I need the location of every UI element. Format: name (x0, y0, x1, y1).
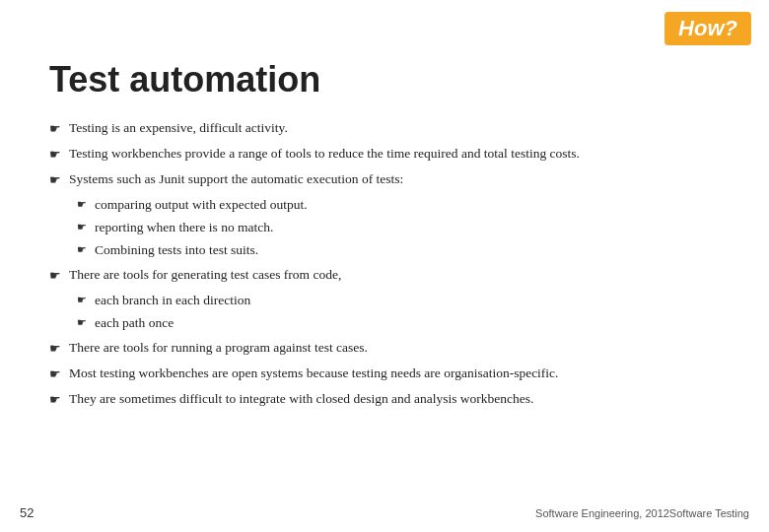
footer-credit: Software Engineering, 2012Software Testi… (535, 507, 749, 519)
bullet-text-6: Most testing workbenches are open system… (69, 364, 720, 384)
sub-bullet-text-4-1: each branch in each direction (95, 291, 720, 311)
bullet-icon-6: ☛ (49, 365, 61, 384)
slide: How? Test automation ☛ Testing is an exp… (0, 0, 769, 532)
bullet-7: ☛ They are sometimes difficult to integr… (49, 389, 720, 410)
sub-bullet-icon-3-3: ☛ (77, 241, 87, 258)
sub-bullet-text-3-1: comparing output with expected output. (95, 195, 720, 216)
bullet-6: ☛ Most testing workbenches are open syst… (49, 364, 720, 384)
sub-bullet-4-2: ☛ each path once (77, 313, 720, 334)
page-number: 52 (20, 505, 34, 520)
content-area: ☛ Testing is an expensive, difficult act… (49, 118, 720, 411)
bullet-text-2: Testing workbenches provide a range of t… (69, 144, 720, 165)
bullet-icon-3: ☛ (49, 170, 61, 190)
sub-bullet-4-1: ☛ each branch in each direction (77, 291, 720, 311)
bullet-icon-2: ☛ (49, 145, 61, 165)
bullet-text-4: There are tools for generating test case… (69, 265, 720, 286)
sub-bullet-text-3-3: Combining tests into test suits. (95, 240, 720, 261)
bullet-text-1: Testing is an expensive, difficult activ… (69, 118, 720, 139)
bullet-3: ☛ Systems such as Junit support the auto… (49, 169, 720, 190)
sub-bullet-icon-3-2: ☛ (77, 219, 87, 235)
how-badge: How? (664, 12, 751, 45)
bullet-text-3: Systems such as Junit support the automa… (69, 169, 720, 190)
bullet-icon-5: ☛ (49, 339, 61, 359)
bullet-text-7: They are sometimes difficult to integrat… (69, 389, 720, 410)
bullet-1: ☛ Testing is an expensive, difficult act… (49, 118, 720, 139)
slide-title: Test automation (49, 59, 720, 100)
bullet-2: ☛ Testing workbenches provide a range of… (49, 144, 720, 165)
sub-bullet-3-2: ☛ reporting when there is no match. (77, 218, 720, 238)
sub-bullet-icon-4-1: ☛ (77, 292, 87, 308)
bullet-4: ☛ There are tools for generating test ca… (49, 265, 720, 286)
sub-bullet-icon-4-2: ☛ (77, 314, 87, 331)
bullet-icon-4: ☛ (49, 266, 61, 286)
bullet-5: ☛ There are tools for running a program … (49, 338, 720, 359)
sub-bullet-text-3-2: reporting when there is no match. (95, 218, 720, 238)
bullet-icon-7: ☛ (49, 390, 61, 410)
footer: 52 Software Engineering, 2012Software Te… (0, 505, 769, 520)
sub-bullet-text-4-2: each path once (95, 313, 720, 334)
sub-bullet-3-3: ☛ Combining tests into test suits. (77, 240, 720, 261)
bullet-text-5: There are tools for running a program ag… (69, 338, 720, 359)
bullet-icon-1: ☛ (49, 119, 61, 139)
sub-bullet-icon-3-1: ☛ (77, 196, 87, 213)
sub-bullet-3-1: ☛ comparing output with expected output. (77, 195, 720, 216)
